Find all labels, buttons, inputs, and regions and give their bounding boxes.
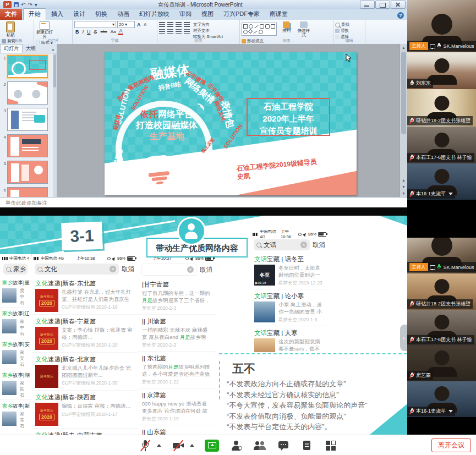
shrink-font-button[interactable]: A — [143, 21, 148, 28]
video-tile-host[interactable]: 主持人 SK.Marvelous — [407, 0, 476, 52]
video-tile[interactable]: 房艺霖 — [407, 346, 476, 381]
panel-tab-slides[interactable]: 幻灯片 — [0, 44, 23, 53]
video-tile[interactable]: 研钻井18-2团支书张雄望 — [407, 89, 476, 127]
tab-view[interactable]: 视图 — [196, 9, 218, 20]
tab-rain-classroom[interactable]: 雨课堂 — [265, 9, 293, 20]
chevron-down-icon[interactable] — [448, 410, 453, 413]
redo-icon[interactable]: ↷ — [28, 1, 32, 8]
search-input[interactable]: 文话 — [264, 241, 276, 249]
tab-file[interactable]: 文件 — [0, 9, 22, 20]
bullets-icon[interactable] — [159, 22, 165, 27]
tab-review[interactable]: 审阅 — [174, 9, 196, 20]
screen-share-icon — [430, 265, 435, 270]
member-manage-button[interactable] — [229, 439, 243, 452]
article-item: 文化速递|新春·陕西篇 新年快乐2020 编辑：吕煜宸 审核：周德涛... CU… — [31, 391, 138, 429]
char-spacing-button[interactable]: Aa — [110, 29, 117, 35]
video-tile[interactable]: 本16-1史淑芊 — [407, 163, 476, 200]
text-direction-button[interactable]: 文字方向 — [193, 22, 223, 28]
leave-meeting-button[interactable]: 离开会议 — [431, 438, 471, 452]
font-name-combo[interactable]: ▾ — [74, 21, 116, 28]
cancel-button[interactable]: 取消 — [313, 241, 325, 249]
video-tile[interactable]: 本石工17-6团支书 林子愉 — [407, 127, 476, 163]
qat-dropdown-icon[interactable]: ▾ — [35, 1, 37, 8]
slide-thumbnail-1[interactable]: 1 — [1, 55, 48, 78]
numbering-icon[interactable] — [167, 22, 173, 27]
slide-thumbnail-5[interactable]: 5 — [1, 161, 48, 184]
camera-options-icon[interactable] — [190, 444, 194, 447]
tab-home[interactable]: 开始 — [23, 8, 46, 20]
tab-transitions[interactable]: 切换 — [90, 9, 112, 20]
font-color-button[interactable]: A — [118, 29, 123, 35]
slide-title-box[interactable]: 石油工程学院 2020年上半年 宣传员专题培训 — [247, 98, 330, 136]
document-button[interactable] — [300, 439, 314, 452]
search-input[interactable]: 家乡 — [13, 265, 26, 273]
justify-icon[interactable] — [184, 29, 190, 34]
slide-thumbnail-4[interactable]: 4 — [1, 134, 48, 157]
undo-icon[interactable]: ↶ — [21, 1, 25, 8]
tab-pdf-expert[interactable]: 万兴PDF专家 — [218, 9, 265, 20]
panel-close-icon[interactable]: × — [50, 47, 57, 53]
tab-animations[interactable]: 动画 — [112, 9, 134, 20]
align-center-icon[interactable] — [167, 29, 173, 34]
new-slide-button[interactable]: 新建幻灯片 — [36, 21, 53, 39]
slide-thumbnail-2[interactable]: 2 — [1, 81, 48, 105]
article-item: 家乡故事|重 我中石 — [0, 277, 31, 308]
align-left-icon[interactable] — [159, 29, 165, 34]
microphone-options-icon[interactable] — [157, 444, 161, 447]
tab-slideshow[interactable]: 幻灯片放映 — [134, 9, 174, 20]
clear-icon[interactable] — [300, 242, 307, 248]
clear-icon[interactable] — [110, 266, 116, 272]
align-text-button[interactable]: 对齐文本 — [193, 28, 223, 34]
quick-styles-button[interactable]: 快速样式 — [296, 21, 311, 37]
save-icon[interactable] — [14, 2, 19, 7]
microphone-muted-button[interactable] — [139, 439, 152, 452]
grow-font-button[interactable]: A — [136, 21, 142, 28]
underline-button[interactable]: U — [86, 29, 92, 35]
next-page-chevron[interactable]: › — [400, 325, 407, 351]
editor-scrollbar[interactable]: ▲ ▲ ▼ ▼ — [400, 44, 407, 197]
shadow-button[interactable]: abc — [100, 29, 108, 35]
arrange-button[interactable]: 排列 — [279, 21, 293, 33]
camera-off-button[interactable] — [172, 439, 185, 452]
group-drawing: 排列 快速样式 形状填充 形状轮廓 形状效果 绘图 — [240, 20, 333, 44]
help-icon[interactable]: ? — [397, 12, 404, 19]
panel-scrollbar[interactable] — [53, 53, 57, 197]
italic-button[interactable]: I — [81, 29, 85, 35]
find-button[interactable]: 查找 — [335, 22, 349, 28]
video-tile[interactable]: 研钻井18-2团支书张雄望 — [407, 273, 476, 310]
replace-button[interactable]: 替换 — [335, 28, 349, 34]
notes-pane[interactable]: 单击此处添加备注 — [0, 197, 407, 207]
strikethrough-button[interactable]: S — [93, 29, 99, 35]
slide-thumbnail-6[interactable]: 6 — [1, 187, 48, 197]
align-right-icon[interactable] — [176, 29, 182, 34]
bold-button[interactable]: B — [74, 29, 80, 35]
search-input[interactable]: 文化 — [45, 265, 57, 273]
line-spacing-icon[interactable] — [184, 22, 190, 27]
video-tile[interactable]: 本石工17-6团支书 林子愉 — [407, 310, 476, 346]
participants-button[interactable] — [253, 439, 266, 452]
screen-share-button[interactable] — [205, 440, 219, 452]
chat-button[interactable] — [277, 439, 290, 452]
chevron-down-icon[interactable] — [448, 193, 453, 195]
cancel-button[interactable]: 取消 — [122, 265, 134, 273]
slide-canvas[interactable]: 融媒体 抖音B站 左手微博 网络舆情 右手微信 网络文化 表情包 互联网思维 思… — [105, 52, 357, 195]
video-tile[interactable]: 本16-1史淑芊 — [407, 381, 476, 417]
cancel-button[interactable]: 取消 — [200, 266, 212, 274]
video-tile-host[interactable]: 主持人 SK.Marvelous — [407, 238, 476, 273]
video-tile[interactable]: 刘东东 — [407, 52, 476, 89]
tab-design[interactable]: 设计 — [68, 9, 90, 20]
article-item: 文化速递|新春·北京篇 鼠年快乐 北京腊八儿小年儿除夕庙会 完团团圆圆过新年..… — [31, 353, 138, 391]
shapes-gallery[interactable] — [242, 23, 277, 36]
paste-button[interactable]: 粘贴 — [2, 21, 19, 37]
indent-icon[interactable] — [176, 22, 182, 27]
slide-editor[interactable]: 融媒体 抖音B站 左手微博 网络舆情 右手微信 网络文化 表情包 互联网思维 思… — [57, 44, 407, 197]
minimize-button[interactable] — [360, 1, 375, 9]
font-size-combo[interactable]: 20▾ — [117, 21, 135, 28]
clear-icon[interactable] — [187, 266, 194, 273]
panel-tab-outline[interactable]: 大纲 — [23, 45, 39, 53]
close-button[interactable] — [391, 1, 406, 9]
layout-grid-button[interactable] — [324, 439, 337, 452]
tab-insert[interactable]: 插入 — [46, 9, 68, 20]
maximize-button[interactable] — [375, 1, 390, 9]
slide-thumbnail-3[interactable]: 3 — [1, 108, 48, 131]
